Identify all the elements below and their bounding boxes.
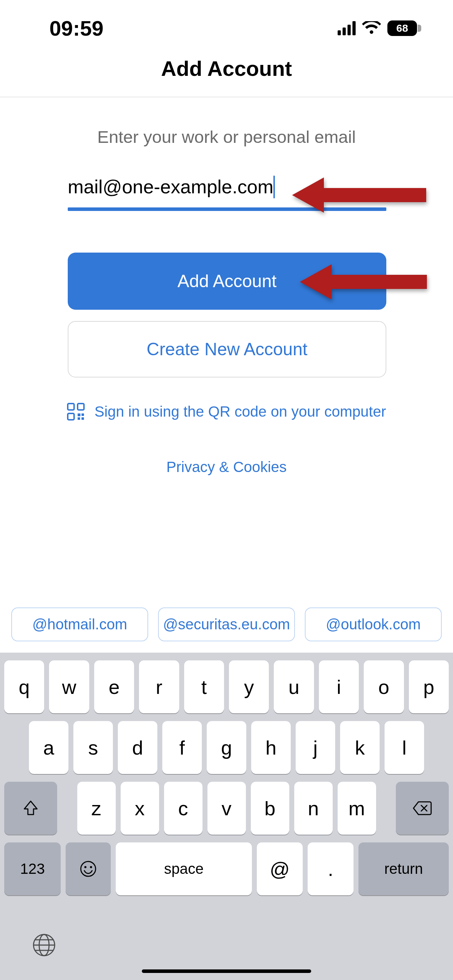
battery-icon: 68 [387, 21, 421, 36]
svg-rect-2 [68, 414, 74, 420]
globe-key[interactable] [32, 933, 56, 959]
svg-rect-4 [81, 414, 84, 416]
status-indicators: 68 [338, 21, 421, 36]
keyboard-row-2: a s d f g h j k l [0, 721, 453, 774]
suggestion-chip-outlook[interactable]: @outlook.com [305, 608, 442, 641]
svg-rect-0 [68, 404, 74, 410]
mode-key[interactable]: 123 [4, 842, 61, 895]
key-a[interactable]: a [29, 721, 68, 774]
at-key[interactable]: @ [257, 842, 303, 895]
key-r[interactable]: r [139, 660, 179, 713]
key-w[interactable]: w [49, 660, 89, 713]
status-bar: 09:59 68 [0, 0, 453, 56]
svg-point-11 [90, 866, 92, 868]
key-g[interactable]: g [207, 721, 246, 774]
key-b[interactable]: b [251, 782, 289, 835]
dot-key[interactable]: . [308, 842, 353, 895]
key-o[interactable]: o [364, 660, 404, 713]
svg-rect-1 [78, 404, 84, 410]
text-caret [273, 176, 275, 198]
battery-percent: 68 [387, 21, 417, 36]
key-m[interactable]: m [338, 782, 376, 835]
svg-marker-8 [300, 264, 427, 299]
svg-rect-3 [78, 414, 80, 416]
key-n[interactable]: n [294, 782, 333, 835]
globe-icon [32, 933, 56, 958]
annotation-arrow-button [300, 262, 427, 301]
emoji-icon [79, 860, 97, 878]
keyboard-row-4: 123 space @ . return [0, 842, 453, 895]
key-h[interactable]: h [251, 721, 291, 774]
key-z[interactable]: z [77, 782, 116, 835]
svg-point-10 [84, 866, 86, 868]
key-j[interactable]: j [296, 721, 335, 774]
key-y[interactable]: y [229, 660, 269, 713]
key-p[interactable]: p [409, 660, 449, 713]
instruction-text: Enter your work or personal email [0, 127, 453, 147]
key-x[interactable]: x [121, 782, 159, 835]
privacy-cookies-link[interactable]: Privacy & Cookies [0, 458, 453, 476]
svg-rect-5 [78, 417, 80, 420]
create-new-account-button[interactable]: Create New Account [68, 321, 386, 377]
backspace-key[interactable] [396, 782, 449, 835]
qrcode-icon [67, 403, 85, 420]
suggestion-chip-hotmail[interactable]: @hotmail.com [11, 608, 148, 641]
key-d[interactable]: d [118, 721, 157, 774]
emoji-key[interactable] [66, 842, 111, 895]
key-t[interactable]: t [184, 660, 224, 713]
key-s[interactable]: s [73, 721, 113, 774]
key-u[interactable]: u [274, 660, 314, 713]
keyboard-row-1: q w e r t y u i o p [0, 660, 453, 713]
signal-icon [338, 21, 356, 35]
status-time: 09:59 [49, 16, 103, 41]
key-i[interactable]: i [319, 660, 359, 713]
home-indicator[interactable] [142, 969, 311, 973]
key-v[interactable]: v [207, 782, 246, 835]
space-key[interactable]: space [116, 842, 252, 895]
shift-icon [22, 800, 39, 817]
key-k[interactable]: k [340, 721, 380, 774]
key-l[interactable]: l [385, 721, 424, 774]
wifi-icon [362, 21, 381, 35]
svg-rect-6 [81, 417, 84, 420]
header-divider [0, 97, 453, 97]
page-title: Add Account [0, 56, 453, 81]
qr-signin-label: Sign in using the QR code on your comput… [95, 403, 386, 420]
qr-signin-link[interactable]: Sign in using the QR code on your comput… [0, 403, 453, 420]
svg-point-9 [81, 861, 95, 876]
return-key[interactable]: return [358, 842, 449, 895]
key-q[interactable]: q [4, 660, 44, 713]
svg-marker-7 [292, 177, 426, 213]
backspace-icon [412, 800, 432, 816]
annotation-arrow-email [292, 176, 426, 215]
keyboard-row-3: z x c v b n m [0, 782, 453, 835]
suggestion-chip-securitas[interactable]: @securitas.eu.com [158, 608, 295, 641]
email-suggestions: @hotmail.com @securitas.eu.com @outlook.… [0, 608, 453, 641]
key-e[interactable]: e [94, 660, 134, 713]
key-c[interactable]: c [164, 782, 202, 835]
key-f[interactable]: f [162, 721, 202, 774]
shift-key[interactable] [4, 782, 57, 835]
keyboard: q w e r t y u i o p a s d f g h j k l [0, 652, 453, 980]
